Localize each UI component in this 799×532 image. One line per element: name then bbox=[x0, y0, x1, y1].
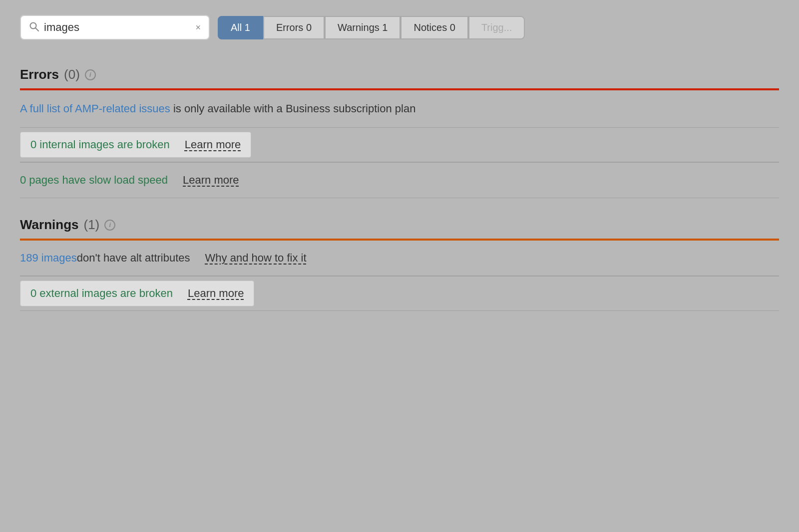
error-row-internal-images-learn-more[interactable]: Learn more bbox=[185, 138, 241, 151]
search-clear-button[interactable]: × bbox=[195, 22, 201, 33]
warning-row-external-images: 0 external images are broken Learn more bbox=[20, 276, 779, 311]
error-row-slow-load-learn-more[interactable]: Learn more bbox=[183, 174, 239, 187]
error-row-highlight-box: 0 internal images are broken Learn more bbox=[20, 132, 251, 158]
filter-tab-warnings[interactable]: Warnings 1 bbox=[325, 16, 400, 39]
warning-row-external-images-text: 0 external images are broken bbox=[30, 287, 173, 300]
filter-tab-triggers[interactable]: Trigg... bbox=[468, 16, 525, 39]
warning-row-external-images-learn-more[interactable]: Learn more bbox=[188, 287, 244, 300]
error-row-internal-images-text: 0 internal images are broken bbox=[30, 138, 170, 151]
amp-link[interactable]: A full list of AMP-related issues bbox=[20, 102, 170, 115]
amp-notice-row: A full list of AMP-related issues is onl… bbox=[20, 90, 779, 128]
errors-section: Errors (0) i A full list of AMP-related … bbox=[20, 58, 779, 198]
filter-tabs: All 1 Errors 0 Warnings 1 Notices 0 Trig… bbox=[218, 16, 525, 39]
warnings-info-icon[interactable]: i bbox=[104, 220, 115, 231]
warning-row-189-images-link[interactable]: 189 images bbox=[20, 252, 77, 265]
filter-tab-all[interactable]: All 1 bbox=[218, 16, 263, 39]
error-row-slow-load-text: 0 pages have slow load speed bbox=[20, 174, 168, 187]
warning-row-alt-text: don't have alt attributes bbox=[77, 252, 190, 265]
section-gap-1 bbox=[20, 198, 779, 208]
filter-tab-notices[interactable]: Notices 0 bbox=[400, 16, 468, 39]
errors-count: (0) bbox=[64, 67, 80, 82]
page-container: × All 1 Errors 0 Warnings 1 Notices 0 Tr… bbox=[0, 0, 799, 532]
error-row-internal-images: 0 internal images are broken Learn more bbox=[20, 128, 779, 162]
top-bar: × All 1 Errors 0 Warnings 1 Notices 0 Tr… bbox=[20, 15, 779, 40]
warning-row-why-fix-link[interactable]: Why and how to fix it bbox=[205, 252, 307, 265]
warnings-count: (1) bbox=[83, 217, 99, 233]
search-box: × bbox=[20, 15, 210, 40]
error-row-slow-load: 0 pages have slow load speed Learn more bbox=[20, 163, 779, 198]
filter-tab-errors[interactable]: Errors 0 bbox=[263, 16, 325, 39]
warning-row-highlight-box: 0 external images are broken Learn more bbox=[20, 280, 254, 306]
warning-row-alt-attributes: 189 images don't have alt attributes Why… bbox=[20, 241, 779, 276]
warnings-title: Warnings bbox=[20, 217, 78, 233]
errors-title: Errors bbox=[20, 67, 59, 82]
warnings-section-header: Warnings (1) i bbox=[20, 208, 779, 239]
warnings-section: Warnings (1) i 189 images don't have alt… bbox=[20, 208, 779, 311]
svg-line-1 bbox=[35, 28, 38, 31]
errors-info-icon[interactable]: i bbox=[85, 69, 96, 80]
amp-notice-text: is only available with a Business subscr… bbox=[170, 102, 416, 115]
search-input[interactable] bbox=[44, 21, 190, 34]
errors-section-header: Errors (0) i bbox=[20, 58, 779, 88]
search-icon bbox=[29, 21, 39, 34]
